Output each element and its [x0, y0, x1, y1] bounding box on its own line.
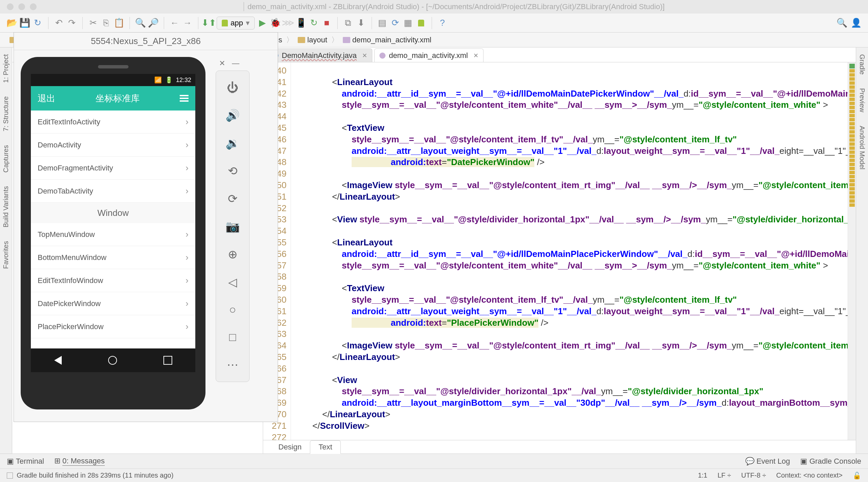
rail-tab[interactable]: 7: Structure: [2, 93, 10, 135]
menu-icon[interactable]: [180, 95, 189, 102]
emulator-minimize-icon[interactable]: —: [232, 59, 239, 68]
messages-tab[interactable]: ⊞ 0: Messages: [54, 457, 105, 466]
battery-icon: 🔋: [165, 76, 173, 84]
nav-home-icon[interactable]: [108, 356, 117, 365]
list-item[interactable]: TopMenuWindow›: [31, 223, 195, 246]
emulator-title: 5554:Nexus_5_API_23_x86: [14, 33, 278, 50]
lock-icon[interactable]: 🔓: [853, 471, 861, 480]
attach-icon[interactable]: ↻: [309, 18, 319, 28]
rail-tab[interactable]: Favorites: [2, 238, 10, 272]
breadcrumb-item[interactable]: layout: [295, 36, 330, 44]
chevron-right-icon: ›: [185, 252, 189, 263]
structure-icon[interactable]: ▤: [377, 18, 388, 28]
android-tool-icon[interactable]: [416, 18, 426, 28]
back-button[interactable]: 退出: [38, 93, 55, 104]
user-icon[interactable]: 👤: [851, 18, 861, 28]
tab-text[interactable]: Text: [310, 440, 340, 454]
code-editor[interactable]: 240 241 242 243 244 245 246 247 248 249 …: [263, 62, 856, 440]
power-icon[interactable]: ⏻: [227, 81, 238, 94]
gradle-console-tab[interactable]: ▣ Gradle Console: [800, 457, 861, 466]
close-icon[interactable]: ✕: [362, 52, 367, 59]
tab-design[interactable]: Design: [270, 440, 310, 454]
main-toolbar: 📂 💾 ↻ ↶ ↷ ✂ ⎘ 📋 🔍 🔎 ← → ⬇⬆ app ▾ ▶ 🐞 ⋙ 📱…: [0, 14, 868, 33]
line-ending[interactable]: LF ÷: [717, 471, 731, 480]
rail-tab[interactable]: Captures: [2, 142, 10, 176]
rotate-left-icon[interactable]: ⟲: [228, 164, 237, 178]
copy-icon[interactable]: ⎘: [101, 18, 111, 28]
rail-tab[interactable]: Gradle: [858, 51, 866, 78]
forward-icon[interactable]: →: [182, 18, 193, 28]
sdk-icon[interactable]: ⬇: [356, 18, 366, 28]
code-content[interactable]: <LinearLayout android:__attr__id__sym__=…: [291, 62, 848, 440]
rotate-right-icon[interactable]: ⟳: [228, 192, 237, 205]
redo-icon[interactable]: ↷: [67, 18, 77, 28]
debug-icon[interactable]: 🐞: [270, 18, 280, 28]
run-config-selector[interactable]: app ▾: [217, 17, 255, 29]
nav-recent-icon[interactable]: [163, 356, 172, 365]
profile-icon[interactable]: ⋙: [283, 18, 293, 28]
context[interactable]: Context: <no context>: [776, 471, 843, 480]
layout-icon[interactable]: ▦: [403, 18, 413, 28]
emulator-close-icon[interactable]: ✕: [219, 59, 225, 68]
zoom-icon[interactable]: ⊕: [228, 247, 237, 261]
rail-tab[interactable]: Android Model: [858, 122, 866, 173]
undo-icon[interactable]: ↶: [54, 18, 64, 28]
breadcrumb-item[interactable]: demo_main_activity.xml: [340, 36, 434, 44]
phone-screen[interactable]: 📶 🔋 12:32 退出 坐标标准库 EditTextInfoActivity›…: [31, 74, 195, 372]
search-everywhere-icon[interactable]: 🔍: [837, 18, 847, 28]
replace-icon[interactable]: 🔎: [148, 18, 158, 28]
status-bar: Gradle build finished in 28s 239ms (11 m…: [0, 468, 868, 482]
chevron-right-icon: ›: [185, 163, 189, 173]
volume-up-icon[interactable]: 🔊: [225, 108, 240, 122]
more-icon[interactable]: ⋯: [227, 358, 238, 371]
list-item[interactable]: PlacePickerWindow›: [31, 315, 195, 338]
paste-icon[interactable]: 📋: [114, 18, 124, 28]
app-list[interactable]: EditTextInfoActivity›DemoActivity›DemoFr…: [31, 111, 195, 348]
signal-icon: 📶: [154, 76, 162, 84]
sync-gradle-icon[interactable]: ⟳: [390, 18, 400, 28]
close-icon[interactable]: ✕: [473, 52, 478, 59]
rail-tab[interactable]: Preview: [858, 85, 866, 116]
encoding[interactable]: UTF-8 ÷: [741, 471, 766, 480]
list-item[interactable]: BottomMenuWindow›: [31, 246, 195, 269]
nav-back-icon[interactable]: [54, 356, 62, 365]
list-item[interactable]: DatePickerWindow›: [31, 292, 195, 315]
emulator-window[interactable]: 5554:Nexus_5_API_23_x86 📶 🔋 12:32 退出 坐标标…: [14, 32, 278, 422]
terminal-tab[interactable]: ▣ Terminal: [7, 457, 44, 466]
status-icon[interactable]: [7, 473, 13, 479]
stop-icon[interactable]: ■: [322, 18, 332, 28]
phone-frame: 📶 🔋 12:32 退出 坐标标准库 EditTextInfoActivity›…: [21, 57, 205, 409]
list-item[interactable]: EditTextInfoWindow›: [31, 269, 195, 292]
traffic-lights[interactable]: [7, 3, 37, 10]
list-item[interactable]: EditTextInfoActivity›: [31, 111, 195, 134]
rail-tab[interactable]: Build Variants: [2, 183, 10, 231]
list-item[interactable]: DemoTabActivity›: [31, 180, 195, 203]
save-icon[interactable]: 💾: [20, 18, 30, 28]
emulator-controls: ⏻ 🔊 🔉 ⟲ ⟳ 📷 ⊕ ◁ ○ □ ⋯: [216, 71, 250, 382]
cut-icon[interactable]: ✂: [88, 18, 98, 28]
back-icon[interactable]: ←: [170, 18, 180, 28]
rail-tab[interactable]: 1: Project: [2, 51, 10, 86]
volume-down-icon[interactable]: 🔉: [225, 136, 240, 150]
list-item[interactable]: DemoActivity›: [31, 134, 195, 157]
help-icon[interactable]: ?: [437, 18, 448, 28]
chevron-right-icon: ›: [185, 140, 189, 150]
editor-tab-java[interactable]: DemoMainActivity.java ✕: [267, 48, 372, 62]
run-icon[interactable]: ▶: [257, 18, 268, 28]
editor-tab-xml[interactable]: demo_main_activity.xml ✕: [374, 48, 484, 62]
back-icon[interactable]: ◁: [228, 275, 237, 289]
event-log-tab[interactable]: 💬 Event Log: [745, 457, 790, 466]
sync-icon[interactable]: ↻: [33, 18, 43, 28]
make-icon[interactable]: ⬇⬆: [204, 18, 214, 28]
home-icon[interactable]: ○: [229, 303, 236, 316]
chevron-right-icon: ›: [185, 117, 189, 127]
overview-icon[interactable]: □: [229, 330, 236, 344]
window-title: demo_main_activity.xml - ZBLibrary(Andro…: [47, 2, 861, 11]
avd-icon[interactable]: ⧉: [343, 18, 353, 28]
camera-icon[interactable]: 📷: [225, 220, 240, 233]
open-icon[interactable]: 📂: [7, 18, 17, 28]
find-icon[interactable]: 🔍: [135, 18, 145, 28]
marker-strip[interactable]: [848, 62, 856, 440]
device-icon[interactable]: 📱: [296, 18, 306, 28]
list-item[interactable]: DemoFragmentActivity›: [31, 157, 195, 180]
